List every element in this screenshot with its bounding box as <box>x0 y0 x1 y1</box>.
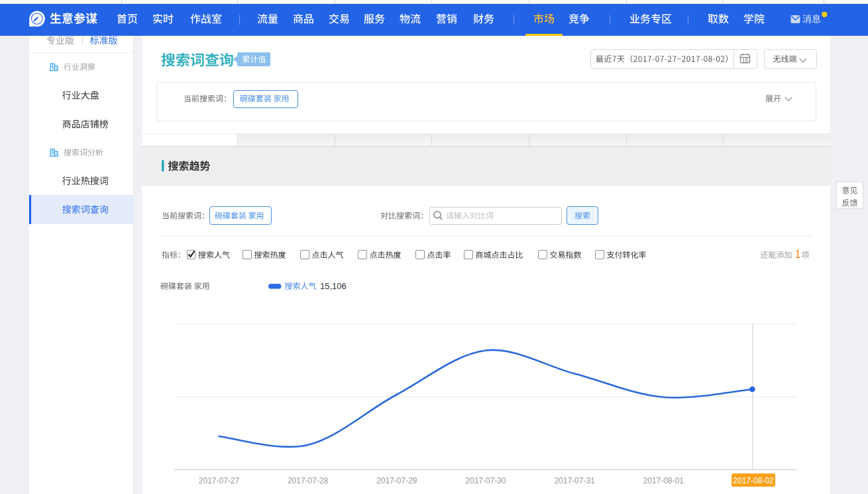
svg-text:2017-07-27: 2017-07-27 <box>199 476 240 485</box>
svg-text:2017-07-28: 2017-07-28 <box>288 476 329 485</box>
svg-text:2017-07-31: 2017-07-31 <box>554 476 595 485</box>
svg-text:2017-08-01: 2017-08-01 <box>643 476 684 485</box>
svg-text:15,106: 15,106 <box>320 281 347 291</box>
svg-text:2017-08-02: 2017-08-02 <box>733 476 774 485</box>
svg-text:2017-07-30: 2017-07-30 <box>465 476 506 485</box>
svg-text:2017-07-29: 2017-07-29 <box>376 476 417 485</box>
svg-text:15: 15 <box>742 57 749 64</box>
